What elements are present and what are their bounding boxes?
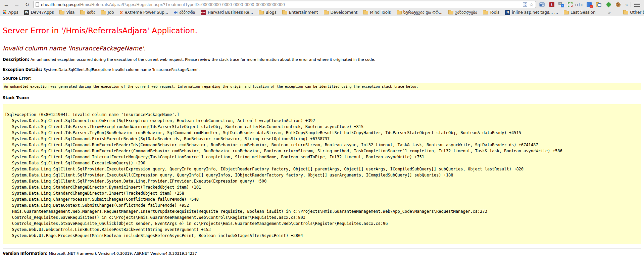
- folder-icon: [324, 11, 329, 14]
- screenshot-extension-icon[interactable]: [539, 2, 545, 7]
- divider: [3, 39, 641, 39]
- translate-extension-icon[interactable]: a A: [558, 2, 564, 7]
- folder-icon: [80, 11, 85, 14]
- folder-icon: [59, 11, 64, 14]
- bookmark-star-icon[interactable]: ☆: [529, 2, 534, 7]
- divider: [3, 248, 641, 248]
- menu-hamburger-icon[interactable]: [634, 2, 641, 7]
- source-error-line: Source Error:: [3, 76, 641, 81]
- bookmark-folder[interactable]: Blogs: [259, 9, 277, 16]
- folder-icon: [564, 11, 569, 14]
- url-text: ehealth.moh.gov.ge/Hmis/ReferralsAdjara/…: [41, 2, 285, 7]
- description-line: Description: An unhandled exception occu…: [3, 57, 641, 62]
- toolbar-separator: [631, 2, 631, 7]
- extreme-x-favicon: X: [120, 10, 123, 15]
- calendar-extension-icon[interactable]: x: [587, 2, 592, 7]
- back-button[interactable]: ←: [2, 1, 11, 8]
- stack-trace-label: Stack Trace:: [3, 95, 29, 100]
- bookmark-item-apps[interactable]: Apps: [3, 9, 18, 16]
- cookie-extension-icon[interactable]: [616, 2, 621, 7]
- exception-label: Exception Details:: [3, 67, 44, 72]
- browser-toolbar: ← → ↻ ehealth.moh.gov.ge/Hmis/ReferralsA…: [0, 0, 644, 9]
- extensions-area: t a A ::|:: x: [538, 2, 623, 8]
- folder-icon: [259, 11, 264, 14]
- description-text: An unhandled exception occurred during t…: [31, 57, 375, 62]
- bookmark-folder[interactable]: Development: [324, 9, 358, 16]
- bookmark-folder[interactable]: Last Session: [564, 9, 596, 16]
- bookmarks-overflow-chevron[interactable]: »: [607, 10, 612, 15]
- description-label: Description:: [3, 57, 31, 62]
- extensions-overflow-chevron[interactable]: »: [624, 2, 629, 7]
- url-host: ehealth.moh.gov.ge: [41, 2, 79, 7]
- stack-trace-line: Stack Trace:: [3, 95, 641, 100]
- version-text: Microsoft .NET Framework Version:4.0.303…: [49, 251, 197, 256]
- blue-cross-favicon: ✠: [174, 10, 178, 15]
- other-bookmarks-folder[interactable]: Other bookmarks: [623, 9, 644, 16]
- version-line: Version Information: Microsoft .NET Fram…: [3, 251, 641, 256]
- translate-big-letter: A: [561, 4, 564, 7]
- source-error-box: An unhandled exception was generated dur…: [3, 83, 641, 90]
- bookmark-folder[interactable]: Visa: [59, 9, 75, 16]
- reload-button[interactable]: ↻: [23, 1, 32, 8]
- tumblr-extension-icon[interactable]: t: [549, 2, 554, 7]
- exception-text: System.Data.SqlClient.SqlException: Inva…: [44, 68, 200, 72]
- error-page: Server Error in '/Hmis/ReferralsAdjara' …: [0, 26, 644, 256]
- bookmark-folder[interactable]: Job: [101, 9, 114, 16]
- stack-trace-box: [SqlException (0x80131904): Invalid colu…: [3, 104, 641, 244]
- version-label: Version Information:: [3, 251, 49, 256]
- bookmark-item[interactable]: HBR Harvard Business Re...: [201, 9, 253, 16]
- speed-dial-extension-icon[interactable]: [596, 3, 601, 7]
- page-action-icon[interactable]: [523, 2, 527, 7]
- stack-trace-text: [SqlException (0x80131904): Invalid colu…: [5, 112, 638, 239]
- bookmark-folder[interactable]: სტრატეგია და ორ...: [397, 9, 443, 16]
- aspnet-favicon: N: [505, 10, 510, 15]
- bookmark-item[interactable]: ✠ ამბიონი: [174, 9, 195, 16]
- apps-grid-icon: [3, 10, 7, 14]
- bookmark-folder[interactable]: Mind Tools: [363, 9, 391, 16]
- folder-icon: [101, 11, 106, 14]
- bookmark-folder[interactable]: ბინა: [80, 9, 95, 16]
- error-subtitle: Invalid column name 'InsurancePackageNam…: [3, 45, 641, 52]
- folder-icon: [397, 11, 402, 14]
- bookmark-item[interactable]: X eXtreme Power Sup...: [120, 9, 168, 16]
- bookmark-folder[interactable]: განათლება: [448, 9, 477, 16]
- folder-icon: [282, 11, 287, 14]
- folder-icon: [363, 11, 368, 14]
- url-path: /Hmis/ReferralsAdjara/Pages/Register.asp…: [79, 2, 285, 7]
- dev47apps-favicon: W: [24, 10, 29, 15]
- session-arrows-extension-icon[interactable]: [568, 2, 573, 7]
- browser-chrome: ← → ↻ ehealth.moh.gov.ge/Hmis/ReferralsA…: [0, 0, 644, 16]
- page-icon: [36, 2, 39, 7]
- address-bar[interactable]: ehealth.moh.gov.ge/Hmis/ReferralsAdjara/…: [33, 1, 536, 8]
- bookmark-folder[interactable]: Tools: [483, 9, 500, 16]
- calendar-badge: x: [590, 5, 593, 8]
- pin-extension-icon[interactable]: [606, 2, 611, 7]
- bookmarks-bar: Apps W Dev47Apps Visa ბინა Job X eXtreme…: [0, 9, 644, 16]
- source-error-label: Source Error:: [3, 76, 32, 81]
- bookmark-item[interactable]: W Dev47Apps: [24, 9, 54, 16]
- page-title: Server Error in '/Hmis/ReferralsAdjara' …: [3, 26, 641, 35]
- hbr-favicon: HBR: [201, 10, 206, 15]
- bookmark-item[interactable]: N inline asp.net tags... ...: [505, 9, 558, 16]
- forward-button[interactable]: →: [12, 1, 21, 8]
- folder-icon: [483, 11, 488, 14]
- folder-icon: [623, 11, 628, 14]
- folder-icon: [448, 11, 453, 14]
- exception-line: Exception Details: System.Data.SqlClient…: [3, 67, 641, 72]
- bookmark-folder[interactable]: Entertainment: [282, 9, 318, 16]
- dots-extension-icon[interactable]: ::|::: [575, 3, 584, 6]
